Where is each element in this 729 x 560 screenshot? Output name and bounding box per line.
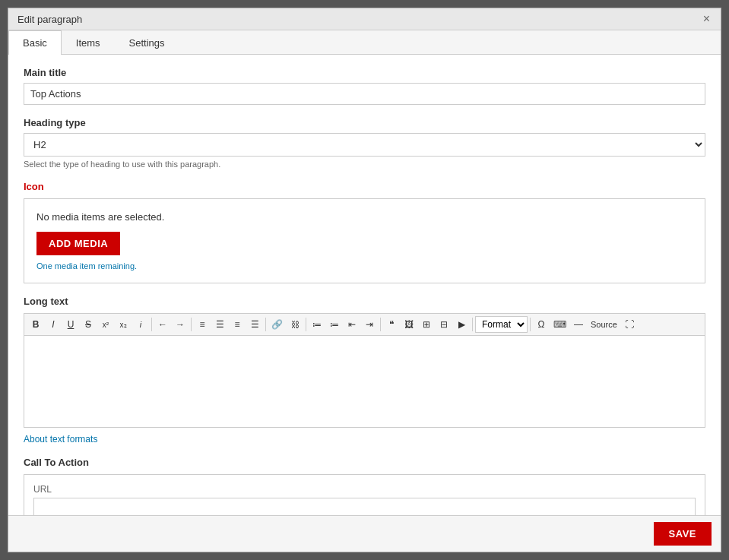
align-left-button[interactable]: ≡ (194, 316, 211, 333)
url-input[interactable] (33, 498, 696, 515)
save-button[interactable]: SAVE (654, 522, 712, 546)
redo-button[interactable]: → (172, 316, 189, 333)
strikethrough-button[interactable]: S (80, 316, 97, 333)
heading-type-label: Heading type (24, 117, 705, 128)
toolbar-separator-4 (306, 318, 306, 331)
bold-button[interactable]: B (27, 316, 44, 333)
rich-text-editor: B I U S x² x₂ i ← → ≡ ☰ (24, 313, 705, 428)
url-field-label: URL (33, 484, 696, 495)
omega-button[interactable]: Ω (533, 316, 550, 333)
editor-body[interactable] (24, 336, 705, 427)
main-title-label: Main title (24, 67, 705, 78)
media-no-items-text: No media items are selected. (36, 211, 693, 223)
main-title-input[interactable] (24, 83, 705, 105)
blockquote-button[interactable]: ❝ (383, 316, 400, 333)
subscript-button[interactable]: x₂ (115, 316, 132, 333)
toolbar-separator-3 (265, 318, 266, 331)
url-box: URL (24, 474, 705, 515)
tab-items[interactable]: Items (62, 30, 115, 55)
outdent-button[interactable]: ⇤ (344, 316, 360, 333)
heading-type-select[interactable]: H1 H2 H3 H4 H5 H6 (24, 133, 705, 157)
tab-settings[interactable]: Settings (115, 30, 179, 55)
content-area: Main title Heading type H1 H2 H3 H4 H5 H… (8, 55, 721, 515)
cta-group: Call To Action URL (24, 457, 705, 515)
tabs-bar: Basic Items Settings (8, 30, 721, 55)
about-text-formats-link[interactable]: About text formats (24, 434, 705, 445)
undo-button[interactable]: ← (154, 316, 171, 333)
media-box: No media items are selected. ADD MEDIA O… (24, 198, 705, 283)
ordered-list-button[interactable]: ≔ (326, 316, 343, 333)
link-button[interactable]: 🔗 (268, 316, 286, 333)
heading-type-hint: Select the type of heading to use with t… (24, 160, 705, 169)
toolbar-separator-6 (472, 318, 473, 331)
tab-basic[interactable]: Basic (8, 30, 62, 55)
source-button[interactable]: Source (588, 316, 620, 333)
icon-group: Icon No media items are selected. ADD ME… (24, 181, 705, 283)
toolbar-separator-7 (530, 318, 531, 331)
table2-button[interactable]: ⊟ (436, 316, 452, 333)
modal-body: Basic Items Settings Main title Hea (8, 30, 721, 515)
image-button[interactable]: 🖼 (401, 316, 417, 333)
modal-close-button[interactable]: × (702, 13, 712, 25)
media-remaining-text: One media item remaining. (36, 261, 693, 271)
main-title-group: Main title (24, 67, 705, 105)
symbols-button[interactable]: ⌨ (550, 316, 569, 333)
toolbar-separator-2 (191, 318, 192, 331)
add-media-button[interactable]: ADD MEDIA (36, 232, 120, 255)
icon-label: Icon (24, 181, 705, 192)
italic2-button[interactable]: i (132, 316, 149, 333)
unlink-button[interactable]: ⛓ (287, 316, 303, 333)
format-select[interactable]: Format (475, 316, 528, 333)
editor-toolbar: B I U S x² x₂ i ← → ≡ ☰ (24, 314, 705, 336)
underline-button[interactable]: U (62, 316, 79, 333)
toolbar-separator-5 (380, 318, 381, 331)
italic-button[interactable]: I (45, 316, 62, 333)
modal-title: Edit paragraph (17, 14, 82, 25)
align-center-button[interactable]: ☰ (211, 316, 228, 333)
fullscreen-button[interactable]: ⛶ (621, 316, 638, 333)
align-right-button[interactable]: ≡ (229, 316, 246, 333)
modal-footer: SAVE (8, 515, 721, 552)
cta-label: Call To Action (24, 457, 705, 468)
table-button[interactable]: ⊞ (418, 316, 435, 333)
media-button[interactable]: ▶ (453, 316, 470, 333)
edit-paragraph-modal: Edit paragraph × Basic Items Settings (8, 8, 721, 552)
modal-overlay: Edit paragraph × Basic Items Settings (0, 0, 729, 560)
unordered-list-button[interactable]: ≔ (309, 316, 325, 333)
modal-header: Edit paragraph × (8, 8, 721, 30)
align-justify-button[interactable]: ☰ (246, 316, 263, 333)
indent-button[interactable]: ⇥ (361, 316, 378, 333)
separator-button[interactable]: — (570, 316, 587, 333)
toolbar-separator-1 (151, 318, 152, 331)
superscript-button[interactable]: x² (97, 316, 114, 333)
long-text-label: Long text (24, 296, 705, 307)
long-text-group: Long text B I U S x² x₂ i ← → (24, 296, 705, 445)
heading-type-group: Heading type H1 H2 H3 H4 H5 H6 Select th… (24, 117, 705, 169)
